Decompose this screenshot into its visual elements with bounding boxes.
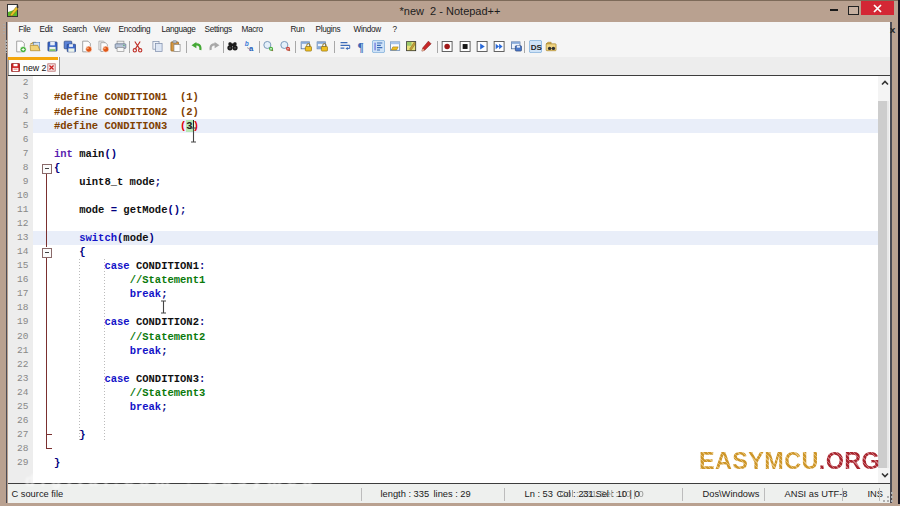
svg-text:b: b xyxy=(245,40,249,47)
svg-text:DS: DS xyxy=(531,43,542,52)
svg-text:a: a xyxy=(249,44,254,53)
svg-text:¶: ¶ xyxy=(358,41,364,53)
